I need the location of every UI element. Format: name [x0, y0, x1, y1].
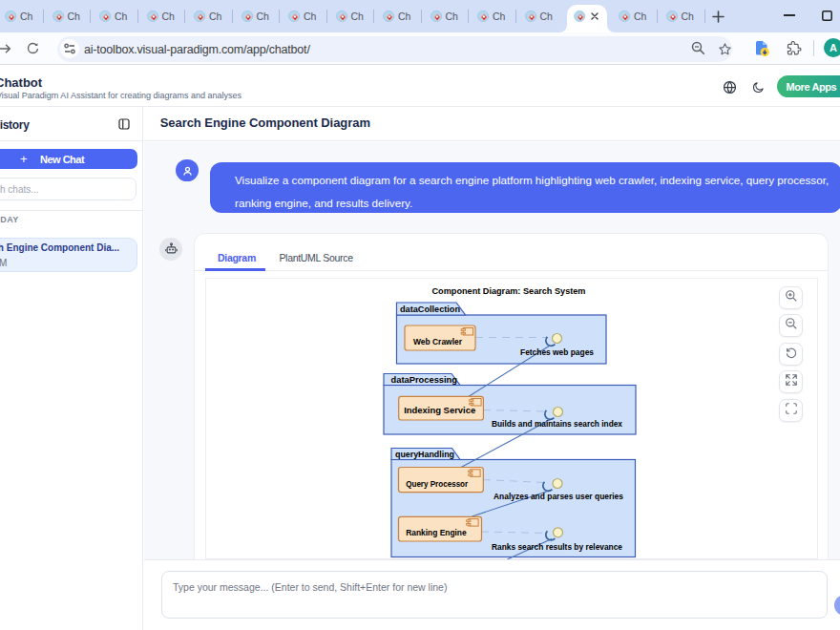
- svg-text:Ranking Engine: Ranking Engine: [406, 527, 467, 537]
- svg-text:dataProcessing: dataProcessing: [391, 374, 458, 385]
- svg-text:Web Crawler: Web Crawler: [413, 336, 462, 346]
- svg-text:Query Processor: Query Processor: [406, 478, 468, 489]
- svg-text:Indexing Service: Indexing Service: [404, 405, 475, 415]
- svg-text:Fetches web pages: Fetches web pages: [520, 346, 594, 357]
- svg-text:dataCollection: dataCollection: [400, 304, 460, 314]
- svg-text:queryHandling: queryHandling: [395, 449, 454, 459]
- svg-text:Component Diagram: Search Syst: Component Diagram: Search System: [432, 285, 586, 296]
- svg-text:Ranks search results by releva: Ranks search results by relevance: [492, 541, 622, 552]
- svg-text:Analyzes and parses user queri: Analyzes and parses user queries: [494, 491, 623, 501]
- svg-text:Builds and maintains search in: Builds and maintains search index: [492, 418, 623, 429]
